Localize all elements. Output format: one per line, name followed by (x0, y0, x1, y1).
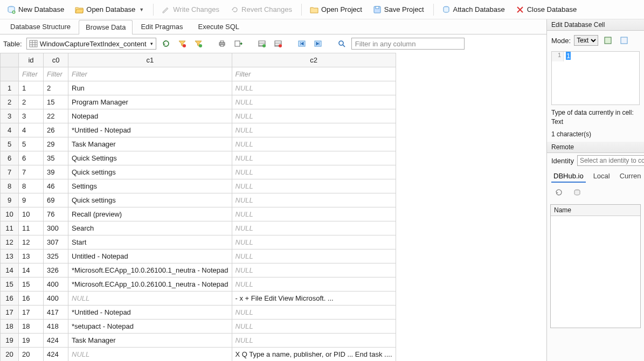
cell[interactable]: 4 (19, 123, 44, 137)
cell[interactable]: *Untitled - Notepad (68, 306, 232, 320)
cell[interactable]: Untitled - Notepad (68, 249, 232, 263)
cell[interactable]: 76 (44, 207, 68, 221)
cell[interactable]: *setupact - Notepad (68, 320, 232, 334)
cell[interactable]: NULL (68, 291, 232, 306)
cell[interactable]: 307 (44, 235, 68, 249)
cell[interactable]: *Microsoft.ECApp_10.0.26100.1_neutra - N… (68, 263, 232, 277)
cell[interactable]: NULL (232, 221, 396, 235)
cell[interactable]: 16 (19, 291, 44, 306)
table-row[interactable]: 2215Program ManagerNULL (1, 95, 396, 109)
table-row[interactable]: 1515400*Microsoft.ECApp_10.0.26100.1_neu… (1, 277, 396, 291)
cell[interactable]: 15 (19, 277, 44, 291)
delete-record-button[interactable] (272, 37, 285, 50)
tab-execute-sql[interactable]: Execute SQL (191, 19, 246, 34)
cell[interactable]: NULL (232, 193, 396, 207)
insert-record-button[interactable] (255, 37, 268, 50)
table-row[interactable]: 1717417*Untitled - NotepadNULL (1, 306, 396, 320)
save-filter-button[interactable] (192, 37, 205, 50)
cell[interactable]: 22 (44, 109, 68, 123)
table-row[interactable]: 5529Task ManagerNULL (1, 137, 396, 151)
open-database-button[interactable]: Open Database ▼ (70, 3, 149, 16)
cell[interactable]: 12 (19, 235, 44, 249)
cell[interactable]: Settings (68, 179, 232, 193)
cell[interactable]: NULL (232, 151, 396, 165)
cell[interactable]: 8 (19, 179, 44, 193)
data-grid[interactable]: id c0 c1 c2 112RunNULL2215Program Manage… (0, 53, 546, 361)
cell[interactable]: NULL (232, 123, 396, 137)
cell[interactable]: 13 (19, 249, 44, 263)
remote-push-button[interactable] (571, 186, 584, 199)
cell[interactable]: Program Manager (68, 95, 232, 109)
close-database-button[interactable]: Close Database (511, 3, 582, 16)
refresh-button[interactable] (160, 37, 172, 50)
cell[interactable]: Quick settings (68, 165, 232, 179)
cell[interactable]: Task Manager (68, 137, 232, 151)
cell[interactable]: NULL (232, 207, 396, 221)
global-filter-input[interactable] (351, 38, 465, 50)
table-row[interactable]: 3322NotepadNULL (1, 109, 396, 123)
cell[interactable]: NULL (232, 81, 396, 95)
row-header[interactable]: 14 (1, 263, 19, 277)
cell[interactable]: Quick settings (68, 193, 232, 207)
table-row[interactable]: 9969Quick settingsNULL (1, 193, 396, 207)
row-header[interactable]: 3 (1, 109, 19, 123)
cell[interactable]: 418 (44, 320, 68, 334)
cell[interactable]: NULL (232, 263, 396, 277)
attach-database-button[interactable]: Attach Database (437, 3, 510, 16)
remote-tab-current[interactable]: Curren (618, 170, 643, 183)
mode-select[interactable]: Text (574, 35, 598, 46)
cell[interactable]: NULL (232, 249, 396, 263)
row-header[interactable]: 11 (1, 221, 19, 235)
cell[interactable]: 46 (44, 179, 68, 193)
remote-tab-local[interactable]: Local (591, 170, 612, 183)
remote-tab-dbhub[interactable]: DBHub.io (551, 170, 586, 183)
cell[interactable]: NULL (232, 235, 396, 249)
cell[interactable]: Start (68, 235, 232, 249)
row-header[interactable]: 10 (1, 207, 19, 221)
export-button[interactable] (232, 37, 245, 50)
row-header[interactable]: 2 (1, 95, 19, 109)
cell[interactable]: NULL (232, 95, 396, 109)
export-cell-button[interactable] (601, 34, 614, 47)
cell[interactable]: 424 (44, 334, 68, 348)
row-header[interactable]: 6 (1, 151, 19, 165)
row-header[interactable]: 7 (1, 165, 19, 179)
cell[interactable]: 417 (44, 306, 68, 320)
cell[interactable]: 19 (19, 334, 44, 348)
cell[interactable]: NULL (68, 348, 232, 362)
row-header[interactable]: 20 (1, 348, 19, 362)
row-header[interactable]: 17 (1, 306, 19, 320)
filter-c0[interactable] (44, 67, 68, 81)
table-select[interactable]: WindowCaptureTextIndex_content ▾ (26, 38, 156, 50)
table-row[interactable]: 1818418*setupact - NotepadNULL (1, 320, 396, 334)
clear-filters-button[interactable] (176, 37, 189, 50)
cell[interactable]: 17 (19, 306, 44, 320)
cell[interactable]: NULL (232, 306, 396, 320)
cell[interactable]: 29 (44, 137, 68, 151)
filter-id[interactable] (19, 67, 43, 81)
row-header[interactable]: 4 (1, 123, 19, 137)
cell[interactable]: 20 (19, 348, 44, 362)
goto-first-button[interactable] (295, 37, 308, 50)
row-header[interactable]: 19 (1, 334, 19, 348)
remote-refresh-button[interactable] (552, 186, 565, 199)
column-header-c0[interactable]: c0 (44, 53, 68, 67)
cell[interactable]: NULL (232, 165, 396, 179)
table-row[interactable]: 1414326*Microsoft.ECApp_10.0.26100.1_neu… (1, 263, 396, 277)
column-header-id[interactable]: id (19, 53, 44, 67)
cell-editor[interactable]: 1 1 (551, 51, 640, 105)
row-header[interactable]: 8 (1, 179, 19, 193)
cell[interactable]: *Untitled - Notepad (68, 123, 232, 137)
import-cell-button[interactable] (618, 34, 631, 47)
row-header[interactable]: 5 (1, 137, 19, 151)
dropdown-icon[interactable]: ▼ (139, 7, 144, 12)
cell[interactable]: 2 (19, 95, 44, 109)
cell[interactable]: 3 (19, 109, 44, 123)
cell[interactable]: - x + File Edit View Microsoft. ... (232, 291, 396, 306)
cell[interactable]: NULL (232, 277, 396, 291)
print-button[interactable] (216, 37, 228, 50)
cell[interactable]: 9 (19, 193, 44, 207)
goto-last-button[interactable] (311, 37, 324, 50)
row-header[interactable]: 16 (1, 291, 19, 306)
table-row[interactable]: 1616400NULL- x + File Edit View Microsof… (1, 291, 396, 306)
